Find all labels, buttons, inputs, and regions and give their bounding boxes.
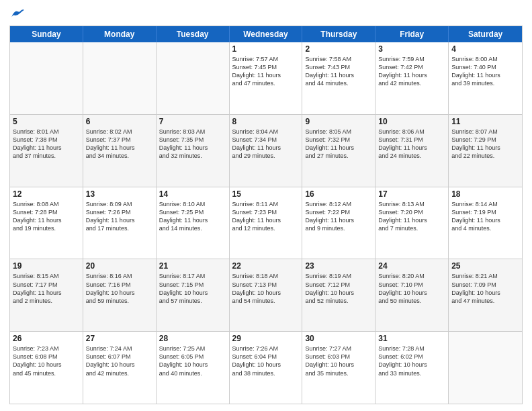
day-number: 6 <box>86 117 153 126</box>
cell-info: Sunrise: 8:04 AM Sunset: 7:34 PM Dayligh… <box>232 128 300 161</box>
day-number: 26 <box>13 334 80 343</box>
cell-info: Sunrise: 8:20 AM Sunset: 7:10 PM Dayligh… <box>378 272 445 305</box>
header-cell-monday: Monday <box>83 26 157 42</box>
calendar-cell-r3-c6: 25Sunrise: 8:21 AM Sunset: 7:09 PM Dayli… <box>449 259 522 331</box>
day-number: 12 <box>13 189 80 199</box>
header-cell-saturday: Saturday <box>449 26 522 42</box>
day-number: 19 <box>13 261 80 271</box>
day-number: 18 <box>451 189 519 199</box>
cell-info: Sunrise: 8:08 AM Sunset: 7:28 PM Dayligh… <box>13 200 80 233</box>
day-number: 10 <box>378 117 445 126</box>
day-number: 21 <box>159 261 226 271</box>
cell-info: Sunrise: 7:26 AM Sunset: 6:04 PM Dayligh… <box>232 345 300 377</box>
header-cell-friday: Friday <box>375 26 449 42</box>
day-number: 22 <box>232 261 300 271</box>
cell-info: Sunrise: 8:06 AM Sunset: 7:31 PM Dayligh… <box>378 128 445 161</box>
calendar-cell-r1-c3: 8Sunrise: 8:04 AM Sunset: 7:34 PM Daylig… <box>230 115 303 187</box>
cell-info: Sunrise: 7:27 AM Sunset: 6:03 PM Dayligh… <box>305 345 372 377</box>
cell-info: Sunrise: 8:17 AM Sunset: 7:15 PM Dayligh… <box>159 272 226 305</box>
header-cell-wednesday: Wednesday <box>230 26 303 42</box>
day-number: 5 <box>13 117 80 126</box>
calendar-cell-r1-c6: 11Sunrise: 8:07 AM Sunset: 7:29 PM Dayli… <box>449 115 522 187</box>
calendar-cell-r1-c2: 7Sunrise: 8:03 AM Sunset: 7:35 PM Daylig… <box>157 115 230 187</box>
cell-info: Sunrise: 8:12 AM Sunset: 7:22 PM Dayligh… <box>305 200 372 233</box>
day-number: 13 <box>86 189 153 199</box>
day-number: 11 <box>451 117 519 126</box>
day-number: 20 <box>86 261 153 271</box>
day-number: 27 <box>86 334 153 343</box>
day-number: 29 <box>232 334 300 343</box>
day-number: 9 <box>305 117 372 126</box>
day-number: 23 <box>305 261 372 271</box>
cell-info: Sunrise: 8:05 AM Sunset: 7:32 PM Dayligh… <box>305 128 372 161</box>
calendar-row-1: 1Sunrise: 7:57 AM Sunset: 7:45 PM Daylig… <box>10 42 522 115</box>
logo-text <box>9 7 24 20</box>
day-number: 7 <box>159 117 226 126</box>
cell-info: Sunrise: 8:18 AM Sunset: 7:13 PM Dayligh… <box>232 272 300 305</box>
calendar-cell-r0-c5: 3Sunrise: 7:59 AM Sunset: 7:42 PM Daylig… <box>375 42 449 114</box>
header <box>9 7 523 20</box>
header-cell-tuesday: Tuesday <box>157 26 230 42</box>
cell-info: Sunrise: 8:16 AM Sunset: 7:16 PM Dayligh… <box>86 272 153 305</box>
calendar-row-5: 26Sunrise: 7:23 AM Sunset: 6:08 PM Dayli… <box>10 332 522 404</box>
logo-bird-icon <box>11 7 24 20</box>
calendar-cell-r2-c3: 15Sunrise: 8:11 AM Sunset: 7:23 PM Dayli… <box>230 187 303 259</box>
cell-info: Sunrise: 8:01 AM Sunset: 7:38 PM Dayligh… <box>13 128 80 161</box>
calendar-cell-r2-c4: 16Sunrise: 8:12 AM Sunset: 7:22 PM Dayli… <box>302 187 375 259</box>
cell-info: Sunrise: 7:28 AM Sunset: 6:02 PM Dayligh… <box>378 345 445 377</box>
day-number: 16 <box>305 189 372 199</box>
calendar-cell-r0-c2 <box>157 42 230 114</box>
calendar-header-row: SundayMondayTuesdayWednesdayThursdayFrid… <box>10 26 522 42</box>
calendar-cell-r4-c2: 28Sunrise: 7:25 AM Sunset: 6:05 PM Dayli… <box>157 332 230 404</box>
cell-info: Sunrise: 8:14 AM Sunset: 7:19 PM Dayligh… <box>451 200 519 233</box>
cell-info: Sunrise: 7:23 AM Sunset: 6:08 PM Dayligh… <box>13 345 80 377</box>
day-number: 2 <box>305 44 372 54</box>
cell-info: Sunrise: 8:13 AM Sunset: 7:20 PM Dayligh… <box>378 200 445 233</box>
calendar-cell-r2-c1: 13Sunrise: 8:09 AM Sunset: 7:26 PM Dayli… <box>83 187 157 259</box>
calendar-cell-r1-c5: 10Sunrise: 8:06 AM Sunset: 7:31 PM Dayli… <box>375 115 449 187</box>
header-cell-thursday: Thursday <box>302 26 375 42</box>
calendar-cell-r1-c1: 6Sunrise: 8:02 AM Sunset: 7:37 PM Daylig… <box>83 115 157 187</box>
cell-info: Sunrise: 7:57 AM Sunset: 7:45 PM Dayligh… <box>232 55 300 88</box>
logo <box>9 7 24 20</box>
calendar-row-3: 12Sunrise: 8:08 AM Sunset: 7:28 PM Dayli… <box>10 187 522 260</box>
day-number: 4 <box>451 44 519 54</box>
calendar-cell-r2-c6: 18Sunrise: 8:14 AM Sunset: 7:19 PM Dayli… <box>449 187 522 259</box>
page: SundayMondayTuesdayWednesdayThursdayFrid… <box>0 0 532 411</box>
day-number: 14 <box>159 189 226 199</box>
cell-info: Sunrise: 8:00 AM Sunset: 7:40 PM Dayligh… <box>451 55 519 88</box>
calendar-cell-r0-c1 <box>83 42 157 114</box>
calendar-cell-r4-c3: 29Sunrise: 7:26 AM Sunset: 6:04 PM Dayli… <box>230 332 303 404</box>
calendar-cell-r3-c0: 19Sunrise: 8:15 AM Sunset: 7:17 PM Dayli… <box>10 259 83 331</box>
calendar-cell-r2-c5: 17Sunrise: 8:13 AM Sunset: 7:20 PM Dayli… <box>375 187 449 259</box>
calendar-cell-r2-c0: 12Sunrise: 8:08 AM Sunset: 7:28 PM Dayli… <box>10 187 83 259</box>
day-number: 3 <box>378 44 445 54</box>
cell-info: Sunrise: 8:03 AM Sunset: 7:35 PM Dayligh… <box>159 128 226 161</box>
calendar-cell-r3-c5: 24Sunrise: 8:20 AM Sunset: 7:10 PM Dayli… <box>375 259 449 331</box>
cell-info: Sunrise: 8:15 AM Sunset: 7:17 PM Dayligh… <box>13 272 80 305</box>
calendar-cell-r0-c0 <box>10 42 83 114</box>
calendar-cell-r3-c4: 23Sunrise: 8:19 AM Sunset: 7:12 PM Dayli… <box>302 259 375 331</box>
calendar-cell-r4-c1: 27Sunrise: 7:24 AM Sunset: 6:07 PM Dayli… <box>83 332 157 404</box>
calendar-cell-r3-c1: 20Sunrise: 8:16 AM Sunset: 7:16 PM Dayli… <box>83 259 157 331</box>
day-number: 15 <box>232 189 300 199</box>
day-number: 24 <box>378 261 445 271</box>
cell-info: Sunrise: 8:19 AM Sunset: 7:12 PM Dayligh… <box>305 272 372 305</box>
cell-info: Sunrise: 7:59 AM Sunset: 7:42 PM Dayligh… <box>378 55 445 88</box>
calendar-body: 1Sunrise: 7:57 AM Sunset: 7:45 PM Daylig… <box>10 42 522 404</box>
calendar-cell-r4-c0: 26Sunrise: 7:23 AM Sunset: 6:08 PM Dayli… <box>10 332 83 404</box>
calendar-cell-r0-c4: 2Sunrise: 7:58 AM Sunset: 7:43 PM Daylig… <box>302 42 375 114</box>
calendar-row-4: 19Sunrise: 8:15 AM Sunset: 7:17 PM Dayli… <box>10 259 522 332</box>
cell-info: Sunrise: 8:09 AM Sunset: 7:26 PM Dayligh… <box>86 200 153 233</box>
day-number: 17 <box>378 189 445 199</box>
calendar-cell-r3-c2: 21Sunrise: 8:17 AM Sunset: 7:15 PM Dayli… <box>157 259 230 331</box>
cell-info: Sunrise: 7:58 AM Sunset: 7:43 PM Dayligh… <box>305 55 372 88</box>
cell-info: Sunrise: 8:07 AM Sunset: 7:29 PM Dayligh… <box>451 128 519 161</box>
cell-info: Sunrise: 7:24 AM Sunset: 6:07 PM Dayligh… <box>86 345 153 377</box>
calendar-cell-r1-c0: 5Sunrise: 8:01 AM Sunset: 7:38 PM Daylig… <box>10 115 83 187</box>
cell-info: Sunrise: 8:02 AM Sunset: 7:37 PM Dayligh… <box>86 128 153 161</box>
cell-info: Sunrise: 8:11 AM Sunset: 7:23 PM Dayligh… <box>232 200 300 233</box>
calendar: SundayMondayTuesdayWednesdayThursdayFrid… <box>9 26 523 404</box>
cell-info: Sunrise: 7:25 AM Sunset: 6:05 PM Dayligh… <box>159 345 226 377</box>
day-number: 8 <box>232 117 300 126</box>
